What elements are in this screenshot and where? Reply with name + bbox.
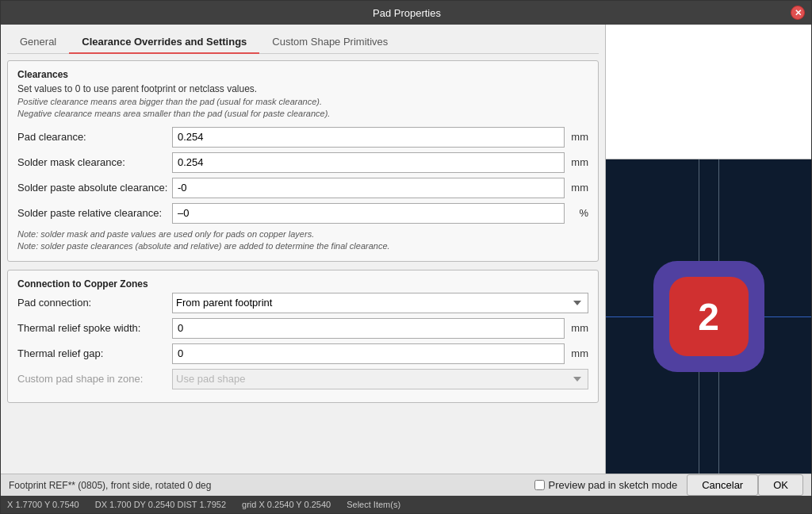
preview-top	[606, 25, 811, 159]
clearances-title: Clearances	[17, 69, 588, 80]
statusbar: Footprint REF** (0805), front side, rota…	[1, 474, 811, 496]
status-text: Footprint REF** (0805), front side, rota…	[9, 480, 534, 491]
titlebar: Pad Properties ✕	[1, 1, 811, 25]
close-button[interactable]: ✕	[791, 6, 805, 20]
preview-bottom: 2	[606, 159, 811, 474]
thermal-gap-input[interactable]	[172, 343, 565, 364]
pad-clearance-row: Pad clearance: mm	[17, 127, 588, 148]
solder-paste-rel-unit: %	[565, 207, 588, 219]
thermal-spoke-unit: mm	[565, 322, 588, 334]
copper-zones-section: Connection to Copper Zones Pad connectio…	[7, 270, 599, 403]
clearances-subtitle: Set values to 0 to use parent footprint …	[17, 83, 588, 94]
solder-paste-abs-input[interactable]	[172, 178, 565, 198]
thermal-spoke-input[interactable]	[172, 318, 565, 339]
solder-mask-label: Solder mask clearance:	[17, 156, 172, 168]
tab-general[interactable]: General	[7, 31, 69, 54]
custom-pad-shape-label: Custom pad shape in zone:	[17, 373, 172, 385]
pad-clearance-unit: mm	[565, 131, 588, 143]
clearances-note: Positive clearance means area bigger tha…	[17, 96, 588, 121]
pad-clearance-label: Pad clearance:	[17, 131, 172, 143]
solder-paste-abs-label: Solder paste absolute clearance:	[17, 182, 172, 194]
solder-paste-abs-row: Solder paste absolute clearance: mm	[17, 178, 588, 198]
clearances-footnotes: Note: solder mask and paste values are u…	[17, 228, 588, 253]
coord2: DX 1.700 DY 0.2540 DIST 1.7952	[95, 500, 226, 509]
preview-sketch-checkbox[interactable]	[534, 480, 545, 490]
solder-paste-rel-row: Solder paste relative clearance: %	[17, 203, 588, 224]
thermal-gap-unit: mm	[565, 347, 588, 359]
pad-inner: 2	[669, 277, 749, 356]
pad-clearance-input[interactable]	[172, 127, 565, 148]
solder-mask-input[interactable]	[172, 152, 565, 173]
main-window: Pad Properties ✕ General Clearance Overr…	[0, 0, 812, 514]
cancel-button[interactable]: Cancelar	[687, 474, 758, 496]
thermal-gap-row: Thermal relief gap: mm	[17, 343, 588, 364]
pad-connection-row: Pad connection: From parent footprint So…	[17, 293, 588, 313]
solder-paste-rel-label: Solder paste relative clearance:	[17, 207, 172, 219]
custom-pad-shape-dropdown[interactable]: Use pad shape Convex hull	[172, 369, 588, 389]
coord3: grid X 0.2540 Y 0.2540	[242, 500, 331, 509]
clearances-section: Clearances Set values to 0 to use parent…	[7, 60, 599, 262]
solder-mask-row: Solder mask clearance: mm	[17, 152, 588, 173]
coord1: X 1.7700 Y 0.7540	[7, 500, 79, 509]
window-title: Pad Properties	[23, 7, 791, 19]
thermal-spoke-row: Thermal relief spoke width: mm	[17, 318, 588, 339]
preview-sketch-text: Preview pad in sketch mode	[549, 479, 678, 491]
thermal-gap-label: Thermal relief gap:	[17, 347, 172, 359]
coord4: Select Item(s)	[347, 500, 400, 509]
right-panel: 2	[605, 25, 811, 474]
solder-paste-abs-unit: mm	[565, 182, 588, 194]
pad-connection-dropdown[interactable]: From parent footprint Solid Thermal reli…	[172, 293, 588, 313]
ok-button[interactable]: OK	[758, 474, 803, 496]
custom-pad-shape-row: Custom pad shape in zone: Use pad shape …	[17, 369, 588, 389]
main-panel: General Clearance Overrides and Settings…	[1, 25, 605, 474]
thermal-spoke-label: Thermal relief spoke width:	[17, 322, 172, 334]
tab-custom[interactable]: Custom Shape Primitives	[259, 31, 400, 54]
tab-bar: General Clearance Overrides and Settings…	[7, 31, 599, 54]
pad-connection-label: Pad connection:	[17, 297, 172, 309]
secondary-statusbar: X 1.7700 Y 0.7540 DX 1.700 DY 0.2540 DIS…	[1, 496, 811, 513]
pad-icon: 2	[653, 261, 764, 372]
copper-zones-title: Connection to Copper Zones	[17, 278, 588, 290]
pad-number: 2	[698, 295, 719, 339]
preview-sketch-label: Preview pad in sketch mode	[534, 479, 678, 491]
solder-mask-unit: mm	[565, 156, 588, 168]
tab-clearance[interactable]: Clearance Overrides and Settings	[69, 31, 259, 54]
solder-paste-rel-input[interactable]	[172, 203, 565, 224]
